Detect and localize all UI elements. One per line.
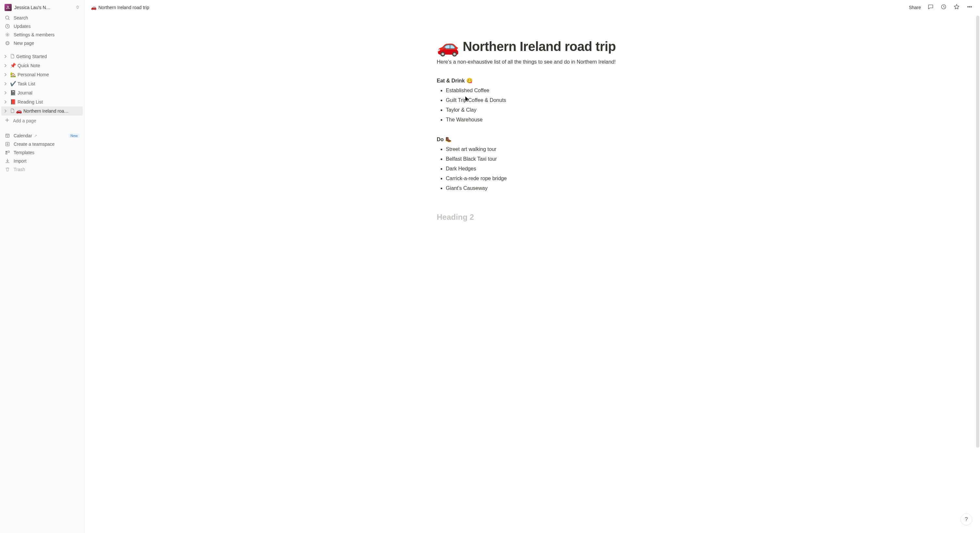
more-button[interactable]	[964, 2, 975, 13]
sidebar-page-item[interactable]: 📓Journal	[1, 88, 83, 97]
nav-label: Settings & members	[14, 32, 54, 37]
content-scroll[interactable]: 🚗 Northern Ireland road trip Here's a no…	[84, 14, 980, 533]
page-title[interactable]: Northern Ireland road trip	[463, 39, 616, 54]
plus-icon	[5, 117, 10, 124]
sidebar-page-item[interactable]: ✔️Task List	[1, 79, 83, 88]
section-heading[interactable]: Eat & Drink 😋	[437, 78, 628, 84]
trash-icon	[5, 167, 10, 172]
page-emoji-icon: 🚗	[16, 108, 22, 114]
list-item[interactable]: Giant's Causeway	[446, 183, 628, 193]
sidebar-page-item[interactable]: 📕Reading List	[1, 97, 83, 106]
favorite-button[interactable]	[951, 2, 963, 13]
workspace-name: Jessica Lau's N…	[14, 5, 73, 10]
document-icon	[10, 108, 15, 114]
scrollbar[interactable]	[976, 16, 979, 530]
nav-label: Search	[14, 15, 28, 21]
tool-teamspace[interactable]: Create a teamspace	[1, 140, 83, 148]
tool-label: Templates	[14, 150, 34, 155]
bullet-list: Established CoffeeGuilt Trip Coffee & Do…	[437, 86, 628, 125]
teamspace-icon	[5, 141, 10, 147]
list-item[interactable]: Dark Hedges	[446, 164, 628, 174]
chevron-right-icon[interactable]	[3, 72, 8, 78]
nav-label: New page	[14, 41, 34, 46]
section-heading[interactable]: Do 🥾	[437, 136, 628, 143]
list-item[interactable]: Carrick-a-rede rope bridge	[446, 174, 628, 183]
tool-calendar[interactable]: 5 Calendar ↗ New	[1, 132, 83, 140]
sidebar-page-item[interactable]: 🏡Personal Home	[1, 70, 83, 79]
question-icon: ?	[965, 516, 968, 522]
tool-label: Import	[14, 159, 27, 163]
search-icon	[5, 15, 10, 21]
page-label: Reading List	[18, 99, 81, 105]
chevron-right-icon[interactable]	[3, 81, 8, 87]
tool-templates[interactable]: Templates	[1, 148, 83, 157]
chevron-right-icon[interactable]	[3, 99, 8, 105]
nav-updates[interactable]: Updates	[1, 22, 83, 30]
nav-search[interactable]: Search	[1, 14, 83, 22]
svg-rect-10	[6, 153, 7, 154]
list-item[interactable]: Guilt Trip Coffee & Donuts	[446, 95, 628, 105]
svg-point-13	[969, 6, 970, 7]
sidebar-page-item[interactable]: 🚗Northern Ireland roa…	[1, 106, 83, 116]
star-icon	[953, 3, 960, 11]
nav-settings[interactable]: Settings & members	[1, 30, 83, 39]
chevron-right-icon[interactable]	[3, 90, 8, 96]
speech-bubble-icon	[928, 3, 934, 11]
heading-placeholder[interactable]: Heading 2	[437, 213, 628, 222]
chevron-right-icon[interactable]	[3, 63, 8, 68]
dots-horizontal-icon	[966, 3, 973, 11]
list-item[interactable]: Belfast Black Taxi tour	[446, 154, 628, 164]
nav-label: Updates	[14, 24, 30, 29]
breadcrumb-emoji: 🚗	[91, 5, 97, 10]
svg-rect-9	[8, 151, 10, 152]
sidebar-page-item[interactable]: 📌Quick Note	[1, 61, 83, 70]
templates-icon	[5, 150, 10, 155]
page-emoji-icon: 🏡	[10, 72, 16, 78]
page-label: Northern Ireland roa…	[23, 108, 81, 114]
tool-import[interactable]: Import	[1, 157, 83, 165]
add-page-button[interactable]: Add a page	[1, 116, 83, 125]
list-item[interactable]: The Warehouse	[446, 115, 628, 125]
page-emoji[interactable]: 🚗	[437, 37, 460, 56]
page-emoji-icon: ✔️	[10, 81, 16, 87]
tool-label: Calendar	[14, 133, 32, 138]
page-content[interactable]: 🚗 Northern Ireland road trip Here's a no…	[406, 14, 659, 274]
gear-icon	[5, 32, 10, 38]
list-item[interactable]: Taylor & Clay	[446, 105, 628, 115]
workspace-switcher[interactable]: JL Jessica Lau's N…	[1, 2, 83, 13]
calendar-icon: 5	[5, 133, 10, 139]
chevron-right-icon[interactable]	[3, 108, 8, 114]
tool-label: Trash	[14, 167, 25, 172]
sidebar-page-item[interactable]: Getting Started	[1, 52, 83, 61]
comments-button[interactable]	[925, 2, 937, 13]
new-badge: New	[68, 133, 80, 138]
nav-new-page[interactable]: New page	[1, 39, 83, 48]
pages-list: Getting Started📌Quick Note🏡Personal Home…	[1, 52, 83, 116]
bullet-list: Street art walking tourBelfast Black Tax…	[437, 144, 628, 193]
add-page-label: Add a page	[13, 118, 37, 123]
breadcrumb[interactable]: 🚗 Northern Ireland road trip	[89, 3, 151, 11]
svg-rect-8	[6, 151, 7, 152]
page-emoji-icon: 📓	[10, 90, 16, 96]
clock-icon	[5, 23, 10, 29]
main-area: 🚗 Northern Ireland road trip Share 🚗	[84, 0, 980, 533]
share-button[interactable]: Share	[906, 3, 923, 11]
clock-icon	[940, 3, 947, 11]
chevron-right-icon[interactable]	[3, 54, 8, 59]
external-link-icon: ↗	[34, 134, 37, 138]
page-intro[interactable]: Here's a non-exhaustive list of all the …	[437, 58, 628, 66]
svg-line-1	[8, 19, 10, 20]
svg-point-12	[968, 6, 969, 7]
breadcrumb-label: Northern Ireland road trip	[99, 5, 149, 10]
download-icon	[5, 158, 10, 164]
svg-point-0	[6, 16, 9, 19]
list-item[interactable]: Street art walking tour	[446, 144, 628, 154]
page-emoji-icon: 📌	[10, 63, 16, 68]
tool-trash[interactable]: Trash	[1, 165, 83, 174]
sidebar: JL Jessica Lau's N… Search Updates Setti…	[0, 0, 84, 533]
page-label: Quick Note	[18, 63, 81, 68]
scrollbar-thumb[interactable]	[976, 16, 979, 447]
list-item[interactable]: Established Coffee	[446, 86, 628, 95]
help-button[interactable]: ?	[961, 514, 972, 525]
history-button[interactable]	[938, 2, 950, 13]
